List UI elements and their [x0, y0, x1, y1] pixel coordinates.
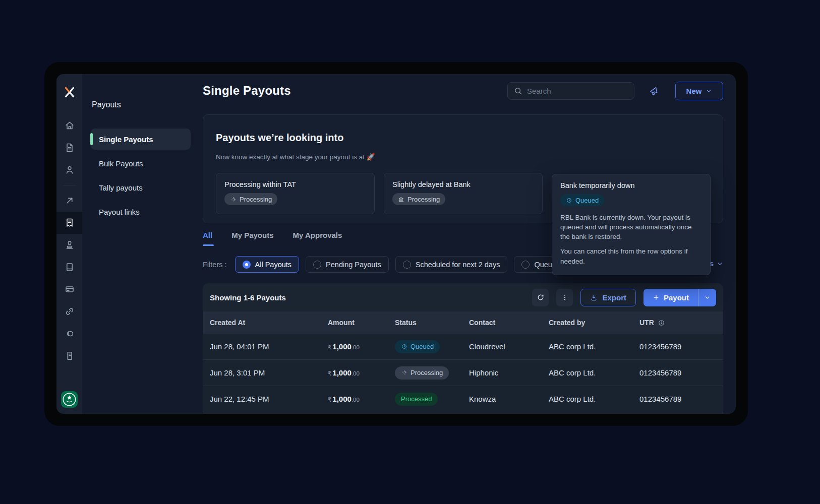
stage-card-processing-tat[interactable]: Processing within TAT Processing — [216, 173, 375, 214]
stage-card-delayed-bank[interactable]: Slightly delayed at Bank Processing — [384, 173, 543, 214]
popover-body-1: RBL Bank is currently down. Your payout … — [560, 213, 702, 241]
stage-card-title: Processing within TAT — [224, 180, 366, 188]
status-badge-processed: Processed — [395, 393, 438, 406]
status-label: Processing — [411, 369, 443, 376]
chevron-down-icon — [706, 88, 712, 94]
cell-created-at: Jun 28, 3:01 PM — [210, 368, 328, 377]
table-toolbar-actions: Export Payout — [532, 289, 716, 306]
create-payout-button[interactable]: Payout — [643, 289, 698, 306]
tab-label: My Approvals — [293, 231, 342, 239]
filter-chip-label: Pending Payouts — [326, 261, 381, 269]
tab-my-payouts[interactable]: My Payouts — [231, 231, 273, 246]
page-background: Payouts Single Payouts Bulk Payouts Tall… — [0, 0, 820, 504]
table-row[interactable]: Jun 22, 12:45 PM ₹1,000.00 Processed Kno… — [203, 386, 723, 412]
column-header-created-at[interactable]: Created At — [210, 319, 328, 327]
top-bar-actions: New — [507, 82, 723, 100]
currency-symbol: ₹ — [328, 344, 331, 350]
cell-contact: Hiphonic — [469, 368, 549, 377]
sidebar-item-single-payouts[interactable]: Single Payouts — [91, 129, 191, 150]
rail-divider — [63, 185, 76, 185]
invoices-icon[interactable] — [56, 345, 82, 367]
filter-chip-label: Scheduled for next 2 days — [416, 261, 500, 269]
status-badge-label: Queued — [575, 197, 599, 204]
status-badge: Processing — [224, 193, 277, 205]
search-icon — [514, 87, 522, 95]
info-icon[interactable] — [658, 319, 665, 327]
workspace-avatar[interactable] — [61, 391, 78, 408]
status-label: Queued — [411, 343, 434, 350]
announcements-megaphone-icon[interactable] — [649, 85, 660, 96]
ledger-book-icon[interactable] — [56, 256, 82, 278]
banner-subtitle: Now know exactly at what stage your payo… — [216, 153, 710, 161]
popover-body-2: You can cancel this from the row options… — [560, 246, 702, 266]
filter-chip-all-payouts[interactable]: All Payouts — [235, 256, 300, 273]
sidebar-item-bulk-payouts[interactable]: Bulk Payouts — [91, 153, 191, 174]
sidebar-item-payout-links[interactable]: Payout links — [91, 201, 191, 222]
home-icon[interactable] — [56, 114, 82, 137]
status-badge-label: Processing — [407, 196, 440, 203]
create-payout-split-button: Payout — [643, 289, 716, 306]
amount-value: 1,000 — [332, 395, 352, 403]
status-badge-queued: Queued — [395, 340, 440, 353]
cell-utr: 0123456789 — [639, 395, 723, 403]
status-badge: Processing — [392, 193, 445, 205]
radio-icon — [521, 261, 530, 269]
clock-icon — [401, 343, 407, 350]
cell-amount: ₹1,000.00 — [328, 368, 395, 377]
stage-cards-row: Processing within TAT Processing — [216, 173, 710, 214]
approvals-stamp-icon[interactable] — [56, 234, 82, 256]
stage-card-title: Slightly delayed at Bank — [392, 180, 534, 188]
table-row[interactable]: Jun 28, 04:01 PM ₹1,000.00 Queued Cloudr… — [203, 334, 723, 360]
cell-status: Processed — [395, 393, 469, 406]
filter-chip-scheduled[interactable]: Scheduled for next 2 days — [395, 256, 508, 273]
new-button[interactable]: New — [675, 82, 723, 100]
cell-created-at: Jun 28, 04:01 PM — [210, 342, 328, 351]
column-header-contact[interactable]: Contact — [469, 319, 549, 327]
external-link-icon[interactable] — [56, 190, 82, 212]
payouts-bookmark-icon[interactable] — [56, 212, 82, 234]
table-options-kebab-button[interactable] — [556, 289, 573, 306]
cell-amount: ₹1,000.00 — [328, 395, 395, 403]
filter-chip-pending-payouts[interactable]: Pending Payouts — [306, 256, 389, 273]
payout-links-icon[interactable] — [56, 300, 82, 323]
currency-symbol: ₹ — [328, 397, 331, 403]
razorpayx-logo[interactable] — [63, 85, 77, 101]
column-header-utr-label: UTR — [639, 319, 654, 327]
cell-amount: ₹1,000.00 — [328, 342, 395, 351]
payout-dropdown-button[interactable] — [698, 289, 716, 306]
table-row[interactable]: Jun 28, 3:01 PM ₹1,000.00 Processing — [203, 360, 723, 386]
column-header-status[interactable]: Status — [395, 319, 469, 327]
bank-icon — [398, 196, 404, 203]
column-header-created-by[interactable]: Created by — [549, 319, 639, 327]
refresh-button[interactable] — [532, 289, 549, 306]
sidebar-item-tally-payouts[interactable]: Tally payouts — [91, 177, 191, 198]
cell-utr: 0123456789 — [639, 342, 723, 351]
search-input-wrapper — [507, 82, 634, 100]
search-input[interactable] — [527, 87, 628, 95]
amount-decimal: .00 — [352, 397, 360, 403]
filter-chip-label: All Payouts — [255, 261, 292, 269]
nav-list: Single Payouts Bulk Payouts Tally payout… — [91, 129, 191, 222]
reports-icon[interactable] — [56, 137, 82, 159]
card-icon[interactable] — [56, 278, 82, 300]
stage-card-bank-down-popover[interactable]: Bank temporarily down Queued RBL Bank is… — [552, 174, 711, 275]
cell-utr: 0123456789 — [639, 368, 723, 377]
cell-created-at: Jun 22, 12:45 PM — [210, 395, 328, 403]
radio-icon — [403, 261, 411, 269]
column-header-utr[interactable]: UTR — [639, 319, 723, 327]
tab-all[interactable]: All — [203, 231, 212, 246]
stage-card-title: Bank temporarily down — [560, 181, 702, 190]
cell-created-by: ABC corp Ltd. — [549, 395, 639, 403]
contacts-icon[interactable] — [56, 159, 82, 181]
tab-my-approvals[interactable]: My Approvals — [293, 231, 342, 246]
table-header-row: Created At Amount Status Contact Created… — [203, 311, 723, 334]
column-header-amount[interactable]: Amount — [328, 319, 395, 327]
page-title: Single Payouts — [203, 84, 291, 98]
cell-created-by: ABC corp Ltd. — [549, 342, 639, 351]
coins-icon[interactable] — [56, 323, 82, 345]
amount-decimal: .00 — [352, 370, 360, 376]
tab-label: All — [203, 231, 212, 239]
active-tab-underline — [203, 244, 214, 246]
export-button[interactable]: Export — [580, 289, 636, 306]
radio-selected-icon — [243, 261, 251, 269]
